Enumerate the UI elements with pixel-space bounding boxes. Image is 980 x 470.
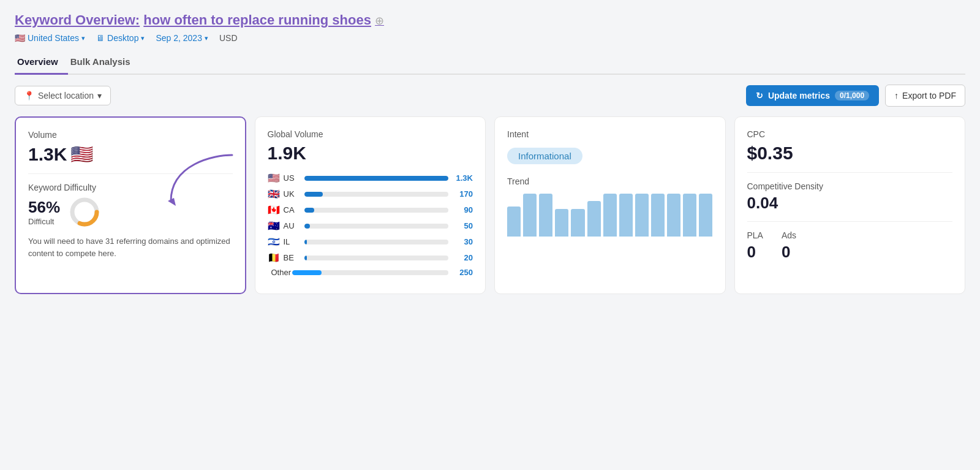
intent-badge-text: Informational [507,148,582,164]
pla-ads-row: PLA 0 Ads 0 [747,230,953,262]
select-location-button[interactable]: 📍 Select location ▾ [15,86,111,105]
volume-value: 1.3K 🇺🇸 [28,143,233,165]
flag-icon: 🇺🇸 [15,33,25,43]
country-code: CA [284,205,301,214]
divider [747,221,953,222]
cards-grid: Volume 1.3K 🇺🇸 Keyword Difficulty 56% Di… [15,116,965,294]
pla-section: PLA 0 [747,230,763,262]
location-selector[interactable]: 🇺🇸 United States ▾ [15,33,85,43]
bar-value: 50 [452,221,473,230]
competitive-density-label: Competitive Density [747,181,953,191]
location-pin-icon: 📍 [24,91,34,100]
cpc-label: CPC [747,129,953,139]
trend-bar [571,209,584,237]
country-row: 🇬🇧 UK 170 [268,188,473,200]
toolbar: 📍 Select location ▾ ↻ Update metrics 0/1… [15,85,965,107]
chevron-down-icon: ▾ [141,34,145,42]
country-code: IL [284,237,301,246]
trend-bar [603,194,617,237]
intent-label: Intent [507,129,713,139]
bar-value: 1.3K [452,173,473,183]
ads-section: Ads 0 [782,230,796,262]
location-label: United States [28,33,79,43]
bar-value: 30 [452,237,473,246]
intent-trend-card: Intent Informational Trend [494,116,726,294]
donut-chart [69,196,100,228]
device-label: Desktop [107,33,138,43]
select-location-label: Select location [38,91,94,100]
export-label: Export to PDF [902,91,956,100]
bar-fill [304,240,307,244]
date-selector[interactable]: Sep 2, 2023 ▾ [156,33,208,43]
cpc-value: $0.35 [747,143,953,164]
trend-bar [539,194,552,237]
bar-fill [304,224,310,229]
divider [28,173,233,174]
trend-label: Trend [507,176,713,186]
chevron-down-icon: ▾ [81,34,85,42]
global-volume-value: 1.9K [268,143,473,164]
bar-background [292,270,449,275]
cpc-card: CPC $0.35 Competitive Density 0.04 PLA 0… [734,116,966,294]
country-code: AU [284,221,301,230]
difficulty-row: 56% Difficult [28,196,233,228]
trend-bar [587,201,601,237]
bar-background [304,256,449,260]
difficulty-pct: 56% [28,198,60,217]
tab-bulk-analysis[interactable]: Bulk Analysis [68,51,140,75]
add-keyword-icon[interactable]: ⊕ [375,15,384,27]
country-flag-icon: 🇨🇦 [268,204,280,216]
bar-value: 250 [452,268,473,277]
difficulty-level: Difficult [28,217,60,226]
global-volume-card: Global Volume 1.9K 🇺🇸 US 1.3K 🇬🇧 UK 170 … [255,116,486,294]
bar-fill [304,208,314,213]
country-code: UK [284,189,301,199]
bar-fill [292,270,322,275]
update-counter: 0/1,000 [835,91,869,100]
country-rows: 🇺🇸 US 1.3K 🇬🇧 UK 170 🇨🇦 CA 90 🇦🇺 AU 50 🇮… [268,172,473,277]
monitor-icon: 🖥 [96,33,105,43]
bar-fill [304,176,449,181]
tabs-bar: Overview Bulk Analysis [15,51,965,75]
trend-bar [555,209,568,237]
device-selector[interactable]: 🖥 Desktop ▾ [96,33,145,43]
refresh-icon: ↻ [756,91,763,100]
country-row: 🇮🇱 IL 30 [268,236,473,248]
competitive-density-value: 0.04 [747,194,953,213]
bar-background [304,240,449,244]
upload-icon: ↑ [894,91,899,100]
bar-value: 20 [452,253,473,262]
toolbar-right: ↻ Update metrics 0/1,000 ↑ Export to PDF [746,85,965,107]
page-title: Keyword Overview: how often to replace r… [15,12,965,28]
trend-bar [667,194,680,237]
country-code: Other [271,268,288,277]
tab-overview[interactable]: Overview [15,51,68,75]
ads-value: 0 [782,243,796,262]
bar-fill [304,192,323,197]
country-flag-icon: 🇬🇧 [268,188,280,200]
title-prefix: Keyword Overview: [15,12,140,28]
country-code: BE [284,253,301,262]
keyword-text: how often to replace running shoes [143,12,371,28]
pla-label: PLA [747,230,763,240]
bar-background [304,224,449,229]
trend-bar [651,194,665,237]
chevron-down-icon: ▾ [205,34,208,42]
trend-bar [507,207,521,237]
chevron-down-icon: ▾ [97,91,102,100]
bar-background [304,176,449,181]
intent-badge: Informational [507,143,713,164]
date-label: Sep 2, 2023 [156,33,202,43]
ads-label: Ads [782,230,796,240]
export-pdf-button[interactable]: ↑ Export to PDF [885,85,965,107]
pla-value: 0 [747,243,763,262]
update-metrics-button[interactable]: ↻ Update metrics 0/1,000 [746,85,879,106]
bar-fill [304,256,307,260]
country-flag-icon: 🇦🇺 [268,220,280,232]
bar-background [304,192,449,197]
kd-label: Keyword Difficulty [28,183,233,192]
country-row: 🇨🇦 CA 90 [268,204,473,216]
trend-bar [619,194,633,237]
country-row: 🇺🇸 US 1.3K [268,172,473,184]
trend-bar [683,194,696,237]
